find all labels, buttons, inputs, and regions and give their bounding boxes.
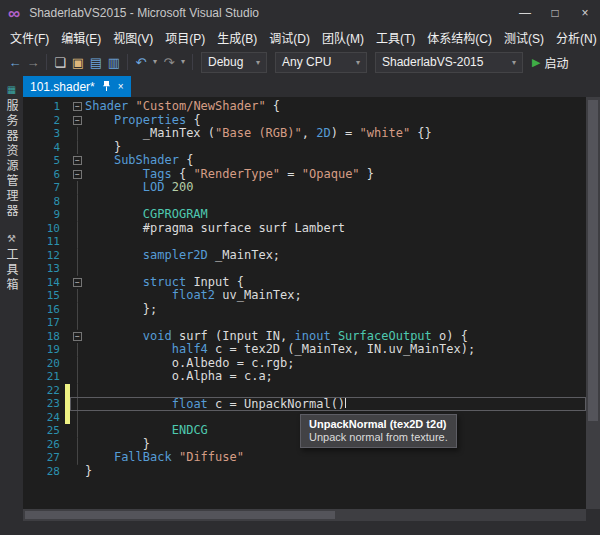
- code-line[interactable]: 5− SubShader {: [23, 154, 586, 168]
- collapse-icon[interactable]: −: [73, 170, 82, 179]
- fold-gutter: [70, 181, 85, 195]
- code-line[interactable]: 10 #pragma surface surf Lambert: [23, 222, 586, 236]
- startup-project-dropdown[interactable]: ShaderlabVS-2015: [375, 52, 523, 73]
- code-line[interactable]: 22: [23, 384, 586, 398]
- code-text: half4 c = tex2D (_MainTex, IN.uv_MainTex…: [85, 343, 475, 357]
- line-content: float c = UnpackNormal(): [70, 397, 586, 411]
- menu-item[interactable]: 视图(V): [107, 29, 159, 46]
- line-content: −Shader "Custom/NewShader" {: [70, 100, 586, 114]
- code-text: FallBack "Diffuse": [85, 451, 244, 465]
- code-line[interactable]: 4 }: [23, 141, 586, 155]
- fold-gutter[interactable]: −: [70, 168, 85, 182]
- undo-chevron-icon[interactable]: ▾: [150, 58, 160, 66]
- maximize-button[interactable]: □: [540, 0, 570, 26]
- solution-platform-dropdown[interactable]: Any CPU: [275, 52, 367, 73]
- pin-icon[interactable]: [102, 81, 111, 92]
- menu-item[interactable]: 文件(F): [4, 29, 55, 46]
- code-line[interactable]: 20 o.Albedo = c.rgb;: [23, 357, 586, 371]
- code-line[interactable]: 15 float2 uv_MainTex;: [23, 289, 586, 303]
- line-number: 6: [23, 168, 65, 182]
- menu-item[interactable]: 团队(M): [316, 29, 370, 46]
- code-line[interactable]: 9 CGPROGRAM: [23, 208, 586, 222]
- code-line[interactable]: 27 FallBack "Diffuse": [23, 451, 586, 465]
- tab-label: 101.shader*: [30, 80, 95, 94]
- line-content: #pragma surface surf Lambert: [70, 222, 586, 236]
- menu-item[interactable]: 调试(D): [263, 29, 316, 46]
- code-line[interactable]: 12 sampler2D _MainTex;: [23, 249, 586, 263]
- back-icon[interactable]: ←: [6, 56, 24, 69]
- server-explorer-icon: ▦: [7, 84, 16, 95]
- redo-chevron-icon[interactable]: ▾: [178, 58, 188, 66]
- code-line[interactable]: 18− void surf (Input IN, inout SurfaceOu…: [23, 330, 586, 344]
- fold-gutter[interactable]: −: [70, 100, 85, 114]
- collapse-icon[interactable]: −: [73, 102, 82, 111]
- tab-101-shader[interactable]: 101.shader* ×: [23, 76, 131, 97]
- close-icon[interactable]: ×: [118, 81, 124, 92]
- code-text: Shader "Custom/NewShader" {: [85, 100, 280, 114]
- code-line[interactable]: 3 _MainTex ("Base (RGB)", 2D) = "white" …: [23, 127, 586, 141]
- code-line[interactable]: 16 };: [23, 303, 586, 317]
- code-line[interactable]: 28}: [23, 465, 586, 479]
- open-file-icon[interactable]: ▣: [69, 56, 87, 69]
- undo-icon[interactable]: ↶: [132, 56, 150, 69]
- code-line[interactable]: 8: [23, 195, 586, 209]
- close-button[interactable]: ×: [570, 0, 600, 26]
- save-icon[interactable]: ▤: [87, 56, 105, 69]
- code-line[interactable]: 21 o.Alpha = c.a;: [23, 370, 586, 384]
- line-content: [70, 316, 586, 330]
- code-line[interactable]: 23 float c = UnpackNormal(): [23, 397, 586, 411]
- menu-item[interactable]: 分析(N): [550, 29, 600, 46]
- menu-item[interactable]: 生成(B): [211, 29, 263, 46]
- fold-gutter: [70, 357, 85, 371]
- menu-item[interactable]: 项目(P): [159, 29, 211, 46]
- code-line[interactable]: 13: [23, 262, 586, 276]
- collapse-icon[interactable]: −: [73, 278, 82, 287]
- line-number: 12: [23, 249, 65, 263]
- forward-icon[interactable]: →: [24, 56, 42, 69]
- collapse-icon[interactable]: −: [73, 156, 82, 165]
- fold-gutter[interactable]: −: [70, 114, 85, 128]
- code-text: };: [85, 303, 157, 317]
- code-line[interactable]: 14− struct Input {: [23, 276, 586, 290]
- collapse-icon[interactable]: −: [73, 332, 82, 341]
- solution-configuration-dropdown[interactable]: Debug: [201, 52, 267, 73]
- fold-gutter: [70, 424, 85, 438]
- code-line[interactable]: 19 half4 c = tex2D (_MainTex, IN.uv_Main…: [23, 343, 586, 357]
- start-debugging-button[interactable]: ▶ 启动: [532, 54, 568, 71]
- horizontal-scrollbar[interactable]: [23, 509, 586, 521]
- new-file-icon[interactable]: ❏: [51, 56, 69, 69]
- line-number: 24: [23, 411, 65, 425]
- fold-gutter[interactable]: −: [70, 154, 85, 168]
- line-content: [70, 195, 586, 209]
- toolbar-separator: [127, 54, 128, 70]
- editor-pane: 101.shader* × 1−Shader "Custom/NewShader…: [23, 76, 600, 535]
- rail-tab[interactable]: ⚒工具箱: [3, 233, 20, 293]
- code-line[interactable]: 11: [23, 235, 586, 249]
- fold-gutter: [70, 141, 85, 155]
- code-line[interactable]: 7 LOD 200: [23, 181, 586, 195]
- fold-gutter[interactable]: −: [70, 276, 85, 290]
- collapse-icon[interactable]: −: [73, 116, 82, 125]
- menu-item[interactable]: 工具(T): [370, 29, 421, 46]
- line-content: − struct Input {: [70, 276, 586, 290]
- menu-item[interactable]: 测试(S): [498, 29, 550, 46]
- tooltip-signature: UnpackNormal (tex2D t2d): [309, 418, 448, 430]
- tooltip-description: Unpack normal from texture.: [309, 431, 448, 443]
- fold-gutter[interactable]: −: [70, 330, 85, 344]
- menu-item[interactable]: 体系结构(C): [421, 29, 498, 46]
- fold-gutter: [70, 451, 85, 465]
- save-all-icon[interactable]: ▥: [105, 56, 123, 69]
- redo-icon[interactable]: ↷: [160, 56, 178, 69]
- code-line[interactable]: 1−Shader "Custom/NewShader" {: [23, 100, 586, 114]
- code-line[interactable]: 6− Tags { "RenderType" = "Opaque" }: [23, 168, 586, 182]
- menu-item[interactable]: 编辑(E): [55, 29, 107, 46]
- minimize-button[interactable]: —: [510, 0, 540, 26]
- horizontal-scrollbar-thumb[interactable]: [25, 511, 335, 519]
- vertical-scrollbar[interactable]: [586, 97, 600, 509]
- line-content: };: [70, 303, 586, 317]
- code-line[interactable]: 17: [23, 316, 586, 330]
- vertical-scrollbar-thumb[interactable]: [588, 100, 598, 421]
- rail-tab[interactable]: ▦服务器资源管理器: [3, 84, 20, 219]
- startup-project-value: ShaderlabVS-2015: [382, 55, 483, 69]
- code-line[interactable]: 2− Properties {: [23, 114, 586, 128]
